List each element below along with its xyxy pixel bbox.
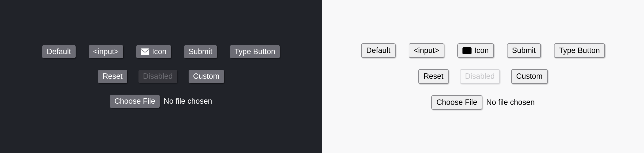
dark-theme-panel: Default <input> Icon Submit Type Button … — [0, 0, 322, 153]
file-input-row: Choose File No file chosen — [431, 95, 535, 110]
reset-button[interactable]: Reset — [418, 69, 449, 84]
mail-icon — [462, 47, 472, 54]
choose-file-button[interactable]: Choose File — [110, 95, 160, 108]
file-input-row: Choose File No file chosen — [110, 95, 212, 108]
button-row-2: Reset Disabled Custom — [98, 70, 224, 83]
file-status-text: No file chosen — [486, 98, 535, 107]
file-status-text: No file chosen — [164, 97, 212, 106]
icon-button[interactable]: Icon — [457, 43, 494, 58]
disabled-button: Disabled — [460, 69, 500, 84]
reset-button[interactable]: Reset — [98, 70, 127, 83]
icon-button-label: Icon — [152, 47, 167, 57]
mail-icon — [141, 48, 149, 55]
input-button[interactable]: <input> — [89, 45, 123, 58]
default-button[interactable]: Default — [361, 43, 396, 58]
disabled-button: Disabled — [138, 70, 177, 83]
type-button[interactable]: Type Button — [554, 43, 605, 58]
button-row-2: Reset Disabled Custom — [418, 69, 548, 84]
default-button[interactable]: Default — [42, 45, 76, 58]
custom-button[interactable]: Custom — [511, 69, 548, 84]
button-row-1: Default <input> Icon Submit Type Button — [361, 43, 605, 58]
custom-button[interactable]: Custom — [189, 70, 224, 83]
light-theme-panel: Default <input> Icon Submit Type Button … — [322, 0, 644, 153]
button-row-1: Default <input> Icon Submit Type Button — [42, 45, 280, 58]
icon-button[interactable]: Icon — [136, 45, 171, 58]
input-button[interactable]: <input> — [409, 43, 444, 58]
submit-button[interactable]: Submit — [184, 45, 217, 58]
svg-rect-0 — [141, 48, 149, 55]
choose-file-button[interactable]: Choose File — [431, 95, 482, 110]
submit-button[interactable]: Submit — [507, 43, 541, 58]
type-button[interactable]: Type Button — [230, 45, 280, 58]
icon-button-label: Icon — [474, 46, 489, 56]
